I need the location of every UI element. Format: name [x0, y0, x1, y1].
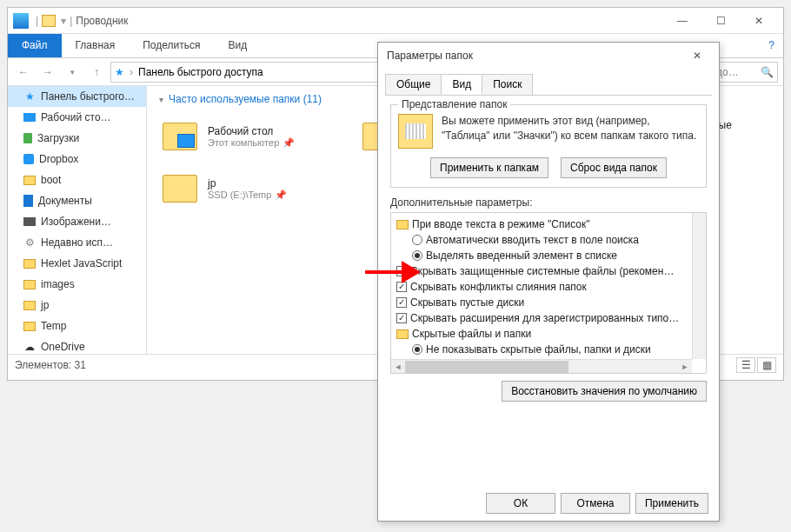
advanced-tree[interactable]: При вводе текста в режиме "Список"Автома…	[390, 212, 707, 374]
sidebar-item[interactable]: Dropbox	[8, 149, 146, 170]
advanced-label: Дополнительные параметры:	[390, 196, 707, 209]
folder-views-group: Представление папок Вы можете применить …	[390, 104, 707, 188]
dialog-close-button[interactable]: ✕	[684, 43, 710, 68]
scroll-thumb[interactable]	[405, 361, 568, 373]
ribbon-tab-share[interactable]: Поделиться	[129, 34, 214, 57]
checkbox[interactable]	[396, 297, 407, 308]
sidebar: ★Панель быстрого…Рабочий сто…ЗагрузкиDro…	[8, 86, 147, 354]
dialog-title: Параметры папок	[387, 50, 473, 62]
tree-row[interactable]: Скрывать расширения для зарегистрированн…	[393, 310, 704, 326]
tree-row[interactable]: При вводе текста в режиме "Список"	[393, 216, 704, 232]
sidebar-item[interactable]: Загрузки	[8, 128, 146, 149]
group-title: Представление папок	[398, 98, 510, 110]
cancel-button[interactable]: Отмена	[561, 493, 630, 514]
sidebar-item[interactable]: Рабочий сто…	[8, 107, 146, 128]
vertical-scrollbar[interactable]	[692, 213, 706, 359]
up-button[interactable]: ↑	[86, 62, 107, 83]
scroll-right-button[interactable]: ►	[678, 360, 692, 374]
titlebar[interactable]: | ▾ | Проводник — ☐ ✕	[8, 8, 783, 34]
help-button[interactable]: ?	[760, 34, 783, 57]
sidebar-item[interactable]: boot	[8, 170, 146, 190]
ok-button[interactable]: ОК	[486, 493, 555, 514]
dialog-tab[interactable]: Поиск	[482, 74, 533, 95]
folder-icon	[396, 220, 409, 229]
maximize-button[interactable]: ☐	[701, 9, 740, 33]
folder-item[interactable]: jpSSD (E:)\Temp📌	[159, 164, 342, 213]
folder-icon	[398, 114, 433, 149]
ribbon-tab-view[interactable]: Вид	[214, 34, 261, 57]
view-details-button[interactable]: ☰	[736, 357, 755, 373]
status-text: Элементов: 31	[15, 359, 86, 371]
sidebar-item[interactable]: jp	[8, 295, 146, 316]
explorer-icon	[13, 13, 29, 29]
folder-item[interactable]: Рабочий столЭтот компьютер📌	[159, 112, 342, 161]
dialog-tabs: ОбщиеВидПоиск	[378, 74, 719, 95]
radio[interactable]	[412, 344, 422, 355]
folder-options-dialog: Параметры папок ✕ ОбщиеВидПоиск Представ…	[377, 42, 720, 522]
restore-defaults-button[interactable]: Восстановить значения по умолчанию	[502, 381, 707, 402]
tree-row[interactable]: Автоматически вводить текст в поле поиск…	[393, 232, 704, 248]
sidebar-item[interactable]: Temp	[8, 316, 146, 336]
sidebar-item[interactable]: ⚙Недавно исп…	[8, 232, 146, 253]
tree-row[interactable]: Скрывать пустые диски	[393, 295, 704, 310]
sidebar-item[interactable]: ☁OneDrive	[8, 336, 146, 354]
radio[interactable]	[412, 250, 422, 261]
file-menu[interactable]: Файл	[8, 34, 62, 57]
star-icon: ★	[115, 66, 124, 78]
tree-row[interactable]: Скрывать конфликты слияния папок	[393, 279, 704, 295]
folder-icon	[396, 329, 409, 339]
scroll-left-button[interactable]: ◄	[391, 360, 405, 374]
address-text: Панель быстрого доступа	[138, 66, 263, 78]
reset-folders-button[interactable]: Сброс вида папок	[561, 157, 667, 178]
apply-to-folders-button[interactable]: Применить к папкам	[430, 157, 548, 178]
sidebar-item[interactable]: images	[8, 274, 146, 295]
sidebar-item[interactable]: Hexlet JavaScript	[8, 253, 146, 274]
group-text: Вы можете применить этот вид (например, …	[442, 114, 699, 149]
tree-row[interactable]: Скрытые файлы и папки	[393, 326, 704, 342]
dialog-tab[interactable]: Вид	[441, 74, 482, 95]
ribbon-tab-home[interactable]: Главная	[62, 34, 130, 57]
forward-button[interactable]: →	[37, 62, 58, 83]
history-button[interactable]: ▾	[62, 62, 83, 83]
checkbox[interactable]	[396, 313, 407, 323]
close-button[interactable]: ✕	[740, 9, 778, 33]
view-icons-button[interactable]: ▦	[757, 357, 776, 373]
radio[interactable]	[412, 235, 422, 245]
window-title: Проводник	[76, 15, 128, 27]
back-button[interactable]: ←	[13, 62, 34, 83]
chevron-down-icon: ▾	[159, 95, 163, 104]
folder-icon	[42, 15, 56, 27]
apply-button[interactable]: Применить	[635, 493, 708, 514]
dialog-tab[interactable]: Общие	[385, 74, 442, 95]
dialog-titlebar[interactable]: Параметры папок ✕	[378, 43, 719, 69]
sidebar-item[interactable]: Документы	[8, 190, 146, 211]
minimize-button[interactable]: —	[663, 9, 701, 33]
horizontal-scrollbar[interactable]: ◄ ►	[391, 359, 692, 373]
tree-row[interactable]: Скрывать защищенные системные файлы (рек…	[393, 263, 704, 279]
sidebar-item[interactable]: ★Панель быстрого…	[8, 86, 146, 107]
sidebar-item[interactable]: Изображени…	[8, 211, 146, 232]
tree-row[interactable]: Не показывать скрытые файлы, папки и дис…	[393, 342, 704, 357]
search-icon: 🔍	[761, 66, 774, 78]
tree-row[interactable]: Выделять введенный элемент в списке	[393, 248, 704, 263]
